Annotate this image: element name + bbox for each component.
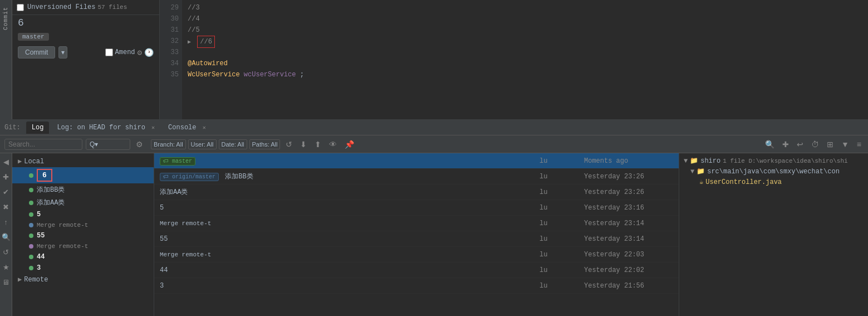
origin-tag: 🏷 origin/master	[160, 173, 219, 181]
fetch-btn[interactable]: ⬇	[298, 139, 309, 150]
merge-2-label: Merge remote-t	[37, 243, 88, 250]
commit-author-merge1: lu	[540, 220, 584, 227]
grid-btn[interactable]: ⊞	[825, 139, 836, 150]
commit-msg-55: 55	[160, 235, 540, 243]
amend-checkbox[interactable]	[105, 48, 113, 56]
commit-label: Commit	[3, 7, 9, 30]
file-tree-shiro: ▼ 📁 shiro 1 file D:\workspace\idea\shiro…	[681, 155, 866, 166]
git-panel: Git: Log Log: on HEAD for shiro ✕ Consol…	[0, 120, 868, 316]
code-line-32-box: //6	[197, 36, 215, 48]
git-tabs: Git: Log Log: on HEAD for shiro ✕ Consol…	[0, 120, 868, 135]
nav-check-btn[interactable]: ✔	[2, 187, 10, 197]
tree-merge-2[interactable]: Merge remote-t	[12, 241, 154, 251]
commit-author-bb: lu	[540, 173, 584, 181]
git-content: ◀ ✚ ✔ ✖ ↑ 🔍 ↺ ★ 🖥 ▶ Local 6	[0, 153, 868, 316]
tree-commit-5[interactable]: 5	[12, 209, 154, 220]
branch-filter[interactable]: Branch: All	[151, 139, 186, 149]
commit-author-aa: lu	[540, 188, 584, 196]
commit-row-bb[interactable]: 🏷 origin/master 添加BB类 lu Yesterday 23:26	[154, 169, 679, 184]
user-filter[interactable]: User: All	[188, 139, 217, 149]
commit-row-55[interactable]: 55 lu Yesterday 23:14	[154, 231, 679, 247]
dot-green-3	[29, 266, 33, 270]
tab-console[interactable]: Console ✕	[163, 121, 212, 134]
src-arrow-icon: ▼	[690, 168, 694, 176]
tab-log[interactable]: Log	[26, 121, 50, 134]
date-filter[interactable]: Date: All	[219, 139, 247, 149]
code-lines: //3 //4 //5 ▶ //6 @Autowired WcUserServi…	[182, 0, 531, 119]
search-filter-input[interactable]	[86, 139, 130, 150]
vcs-sidebar: Unversioned Files 57 files 6 master Comm…	[12, 0, 160, 119]
filter-btn[interactable]: ▼	[839, 139, 851, 150]
commit-row-merge2[interactable]: Merge remote-t lu Yesterday 22:03	[154, 247, 679, 262]
commit-dropdown-button[interactable]: ▾	[58, 46, 67, 59]
dot-green-5	[29, 212, 33, 217]
nav-back-btn[interactable]: ◀	[2, 157, 10, 167]
commit-time-5: Yesterday 23:16	[584, 204, 673, 212]
code-line-34: @Autowired	[188, 58, 525, 69]
commit-aa-label: 添加AA类	[37, 198, 65, 207]
nav-add-btn[interactable]: ✚	[2, 172, 10, 182]
tree-commit-bb[interactable]: 添加BB类	[12, 183, 154, 196]
git-toolbar: ⚙ Branch: All User: All Date: All Paths:…	[0, 135, 868, 153]
nav-del-btn[interactable]: ✖	[2, 202, 10, 212]
undo-btn[interactable]: ↩	[795, 139, 806, 150]
commit-author-55: lu	[540, 235, 584, 243]
tab-log-head[interactable]: Log: on HEAD for shiro ✕	[51, 121, 160, 134]
tree-commit-aa[interactable]: 添加AA类	[12, 196, 154, 209]
commit-row-6[interactable]: 🏷 master lu Moments ago	[154, 153, 679, 169]
dot-purple-merge2	[29, 244, 33, 249]
git-label: Git:	[4, 124, 21, 132]
tree-item-remote[interactable]: ▶ Remote	[12, 274, 154, 285]
commit-button[interactable]: Commit	[18, 46, 55, 59]
unversioned-checkbox[interactable]	[17, 4, 24, 11]
file-shiro-subtitle: 1 file D:\workspace\idea\shiro\shi	[723, 158, 847, 164]
eye-btn[interactable]: 👁	[327, 139, 339, 150]
settings-toolbar-btn[interactable]: ⚙	[134, 139, 145, 150]
gear-icon[interactable]: ⚙	[138, 48, 142, 57]
commit-row-merge1[interactable]: Merge remote-t lu Yesterday 23:14	[154, 216, 679, 231]
commit-row-aa[interactable]: 添加AA类 lu Yesterday 23:26	[154, 184, 679, 200]
commit-time-merge2: Yesterday 22:03	[584, 251, 673, 259]
nav-refresh-btn[interactable]: ↺	[2, 247, 10, 257]
tree-item-local[interactable]: ▶ Local	[12, 155, 154, 167]
history-btn[interactable]: ⏱	[809, 139, 821, 150]
editor-area: Commit Unversioned Files 57 files 6 mast…	[0, 0, 868, 120]
search-btn[interactable]: 🔍	[763, 139, 777, 150]
git-tree: ▶ Local 6 添加BB类 添加AA类 5	[12, 153, 154, 316]
commit-row-5[interactable]: 5 lu Yesterday 23:16	[154, 200, 679, 216]
nav-search-btn[interactable]: 🔍	[1, 232, 12, 242]
clock-icon[interactable]: 🕐	[144, 48, 154, 57]
tree-commit-55[interactable]: 55	[12, 230, 154, 241]
tab-log-head-close[interactable]: ✕	[151, 125, 155, 131]
code-line-33	[188, 47, 525, 58]
dot-blue-merge1	[29, 223, 33, 227]
tree-merge-1[interactable]: Merge remote-t	[12, 220, 154, 230]
commit-msg-3: 3	[160, 282, 540, 290]
tree-commit-44[interactable]: 44	[12, 251, 154, 262]
paths-filter[interactable]: Paths: All	[249, 139, 281, 149]
tab-console-close[interactable]: ✕	[203, 125, 206, 131]
search-input[interactable]	[4, 139, 82, 150]
add-branch-btn[interactable]: ✚	[780, 139, 791, 150]
refresh-btn[interactable]: ↺	[283, 139, 295, 150]
pin-btn[interactable]: 📌	[342, 139, 356, 150]
commit-author-44: lu	[540, 266, 584, 274]
folder-icon: 📁	[690, 157, 698, 165]
nav-monitor-btn[interactable]: 🖥	[1, 277, 11, 288]
commit-row-3[interactable]: 3 lu Yesterday 21:56	[154, 278, 679, 294]
tree-commit-3[interactable]: 3	[12, 262, 154, 274]
tree-commit-6[interactable]: 6	[12, 167, 154, 183]
java-file-icon: ☕	[699, 178, 703, 186]
left-strip: Commit	[0, 0, 12, 119]
commit-row-44[interactable]: 44 lu Yesterday 22:02	[154, 262, 679, 278]
file-tree-src: ▼ 📁 src\main\java\com\smxy\wechat\con	[681, 166, 866, 177]
push-btn[interactable]: ⬆	[312, 139, 323, 150]
file-panel: ▼ 📁 shiro 1 file D:\workspace\idea\shiro…	[679, 153, 868, 316]
unversioned-files-row[interactable]: Unversioned Files 57 files	[12, 0, 159, 15]
more-btn[interactable]: ≡	[855, 139, 864, 150]
nav-arrow-btn[interactable]: ↑	[3, 217, 9, 227]
master-tag: 🏷 master	[160, 157, 195, 166]
nav-star-btn[interactable]: ★	[2, 262, 11, 273]
file-tree-controller[interactable]: ☕ UserController.java	[681, 177, 866, 187]
commit-msg-merge2: Merge remote-t	[160, 251, 540, 258]
